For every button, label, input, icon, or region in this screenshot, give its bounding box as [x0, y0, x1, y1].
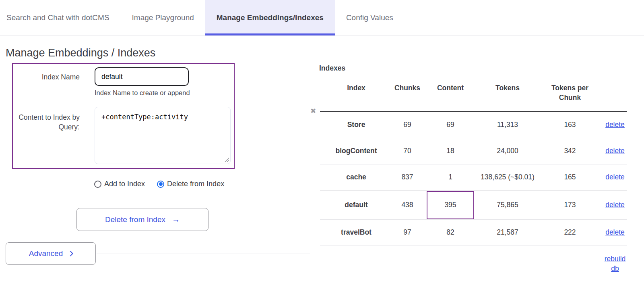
content-cell: 1 — [422, 164, 479, 190]
table-row: cache 837 1 138,625 (~$0.01) 165 delete — [320, 164, 627, 190]
delete-link[interactable]: delete — [605, 228, 625, 236]
index-name-input[interactable] — [95, 67, 189, 86]
textarea-resize-handle-icon[interactable] — [224, 157, 229, 162]
index-cell: travelBot — [320, 219, 392, 245]
delete-from-index-button-label: Delete from Index — [105, 215, 165, 224]
advanced-button[interactable]: Advanced — [6, 242, 96, 265]
tokens-per-chunk-cell: 173 — [537, 190, 603, 219]
content-cell: 18 — [422, 138, 479, 164]
index-name-help: Index Name to create or append — [95, 89, 190, 97]
query-label: Content to Index by Query: — [13, 112, 80, 132]
delete-link[interactable]: delete — [605, 201, 625, 209]
column-header-tokens-per-chunk: Tokens per Chunk — [537, 79, 603, 112]
query-label-line1: Content to Index by — [13, 112, 80, 122]
index-name-label: Index Name — [13, 72, 80, 82]
tab-search-and-chat[interactable]: Search and Chat with dotCMS — [0, 0, 121, 35]
column-header-index: Index — [320, 79, 392, 112]
indexes-table: Index Chunks Content Tokens Tokens per C… — [320, 79, 627, 273]
delete-link[interactable]: delete — [605, 121, 625, 129]
radio-circle-icon[interactable] — [94, 181, 101, 188]
delete-from-index-button[interactable]: Delete from Index → — [76, 208, 208, 231]
content-cell: 82 — [422, 219, 479, 245]
column-header-tokens: Tokens — [479, 79, 537, 112]
query-label-line2: Query: — [13, 122, 80, 132]
radio-delete-from-index[interactable]: Delete from Index — [157, 180, 224, 188]
table-footer-row: rebuild db — [320, 245, 627, 273]
chunks-cell: 97 — [392, 219, 422, 245]
query-textarea[interactable]: +contentType:activity — [95, 107, 231, 164]
content-cell: 69 — [422, 112, 479, 138]
radio-add-to-index[interactable]: Add to Index — [94, 180, 145, 188]
column-header-chunks: Chunks — [392, 79, 422, 112]
column-header-content: Content — [422, 79, 479, 112]
tab-config-values[interactable]: Config Values — [335, 0, 405, 35]
chunks-cell: 837 — [392, 164, 422, 190]
chunks-cell: 70 — [392, 138, 422, 164]
table-row: blogContent 70 18 24,000 342 delete — [320, 138, 627, 164]
tokens-per-chunk-cell: 222 — [537, 219, 603, 245]
table-row: travelBot 97 82 21,587 222 delete — [320, 219, 627, 245]
tab-bar: Search and Chat with dotCMS Image Playgr… — [0, 0, 644, 36]
chunks-cell: 69 — [392, 112, 422, 138]
index-mode-radio-group: Add to Index Delete from Index — [94, 180, 224, 188]
index-cell: blogContent — [320, 138, 392, 164]
chevron-right-icon — [68, 251, 73, 256]
tab-image-playground[interactable]: Image Playground — [121, 0, 205, 35]
radio-add-label: Add to Index — [104, 180, 145, 188]
arrow-right-icon: → — [172, 215, 180, 224]
tokens-per-chunk-cell: 163 — [537, 112, 603, 138]
delete-link[interactable]: delete — [605, 147, 625, 155]
chunks-cell: 438 — [392, 190, 422, 219]
radio-circle-selected-icon[interactable] — [157, 181, 164, 188]
table-row: Store 69 69 11,313 163 delete — [320, 112, 627, 138]
rebuild-db-link[interactable]: rebuild db — [604, 254, 626, 273]
index-cell: default — [320, 190, 392, 219]
indexes-title: Indexes — [319, 64, 345, 73]
index-cell: Store — [320, 112, 392, 138]
content-cell: 395 — [422, 190, 479, 219]
table-header-row: Index Chunks Content Tokens Tokens per C… — [320, 79, 627, 112]
tab-manage-embeddings[interactable]: Manage Embeddings/Indexes — [205, 0, 335, 35]
table-row: default 438 395 75,865 173 delete — [320, 190, 627, 219]
tokens-per-chunk-cell: 342 — [537, 138, 603, 164]
advanced-button-label: Advanced — [29, 249, 63, 258]
tokens-cell: 24,000 — [479, 138, 537, 164]
tokens-cell: 138,625 (~$0.01) — [479, 164, 537, 190]
index-cell: cache — [320, 164, 392, 190]
delete-link[interactable]: delete — [605, 173, 625, 181]
divider — [97, 254, 310, 254]
app-window: Search and Chat with dotCMS Image Playgr… — [0, 0, 644, 285]
page-title: Manage Embeddings / Indexes — [6, 47, 155, 59]
tokens-per-chunk-cell: 165 — [537, 164, 603, 190]
tokens-cell: 21,587 — [479, 219, 537, 245]
column-header-actions — [603, 79, 627, 112]
tokens-cell: 75,865 — [479, 190, 537, 219]
tokens-cell: 11,313 — [479, 112, 537, 138]
close-icon[interactable]: ✖ — [310, 107, 316, 115]
radio-delete-label: Delete from Index — [167, 180, 224, 188]
embeddings-form: Index Name Index Name to create or appen… — [12, 63, 235, 169]
